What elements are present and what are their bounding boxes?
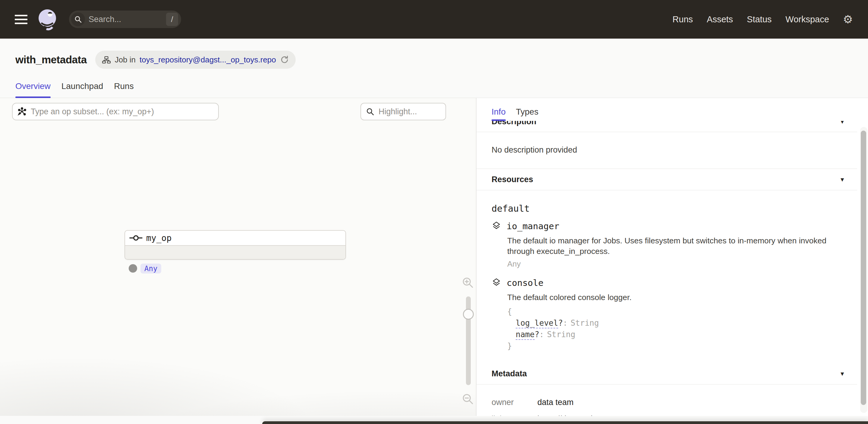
resource-group-name: default <box>492 203 842 214</box>
resource-item-console: console The default colored console logg… <box>492 278 842 352</box>
config-open-brace: { <box>507 306 842 317</box>
zoom-in-icon[interactable] <box>462 276 474 289</box>
layers-icon <box>492 221 501 231</box>
zoom-out-icon[interactable] <box>462 393 474 405</box>
sidebar-tab-types[interactable]: Types <box>516 107 538 121</box>
metadata-key: owner <box>492 398 537 407</box>
repository-link[interactable]: toys_repository@dagst..._op_toys.repo <box>140 55 276 64</box>
tab-launchpad[interactable]: Launchpad <box>61 82 103 98</box>
sidebar-tab-info[interactable]: Info <box>492 107 506 121</box>
job-badge-prefix: Job in <box>115 55 135 64</box>
layers-icon <box>492 278 501 288</box>
job-hierarchy-icon <box>102 56 111 64</box>
resource-type: Any <box>507 259 842 269</box>
resource-item-io-manager: io_manager The default io manager for Jo… <box>492 221 842 269</box>
op-node-title: my_op <box>125 231 345 246</box>
description-collapse-icon[interactable]: ▼ <box>839 121 845 125</box>
config-field-name[interactable]: log_level <box>516 319 558 328</box>
tab-overview[interactable]: Overview <box>16 82 51 98</box>
op-subset-field <box>12 103 219 120</box>
global-search: / <box>69 10 181 28</box>
metadata-key: link <box>492 414 537 416</box>
metadata-link[interactable]: https://dagster.io <box>537 414 597 416</box>
description-section-header[interactable]: Description ▼ <box>476 121 857 132</box>
metadata-value: data team <box>537 398 574 407</box>
highlight-field <box>361 103 446 120</box>
background-window-edge <box>262 421 868 424</box>
nav-link-workspace[interactable]: Workspace <box>785 14 829 24</box>
settings-gear-icon[interactable]: ⚙ <box>843 14 853 25</box>
resources-content: default io_manager The default io manage… <box>476 190 857 363</box>
config-field-type: String <box>547 330 575 339</box>
reload-repository-icon[interactable] <box>280 55 289 64</box>
op-output-type-badge[interactable]: Any <box>141 264 161 274</box>
resource-name: console <box>507 278 544 288</box>
config-close-brace: } <box>507 340 842 352</box>
config-field: log_level?:String <box>507 317 842 329</box>
metadata-content: owner data team link https://dagster.io <box>476 385 857 416</box>
op-graph-panel[interactable]: my_op Any <box>0 98 476 416</box>
menu-icon[interactable] <box>15 15 27 24</box>
search-shortcut-key: / <box>166 13 178 26</box>
op-output-handle[interactable] <box>129 264 137 273</box>
op-node-name: my_op <box>146 233 172 243</box>
logger-config-schema: { log_level?:String name?:String } <box>507 306 842 352</box>
op-details-sidebar: Info Types Description ▼ No description … <box>476 98 868 416</box>
link-icon[interactable] <box>601 415 610 416</box>
config-field-type: String <box>570 319 599 328</box>
op-selector-icon <box>18 107 27 116</box>
metadata-row-link: link https://dagster.io <box>492 414 842 416</box>
highlight-search-icon <box>366 108 374 116</box>
highlight-input[interactable] <box>378 107 441 116</box>
config-field-name[interactable]: name <box>516 330 535 340</box>
search-icon <box>71 12 85 26</box>
nav-link-status[interactable]: Status <box>747 14 772 24</box>
config-field: name?:String <box>507 329 842 340</box>
op-icon <box>129 234 143 242</box>
nav-link-assets[interactable]: Assets <box>707 14 733 24</box>
zoom-slider-handle[interactable] <box>463 309 474 320</box>
main-content: my_op Any Info Types <box>0 98 868 416</box>
config-separator: : <box>563 319 568 328</box>
resource-name: io_manager <box>507 221 559 231</box>
dagster-logo-icon[interactable] <box>36 8 59 30</box>
op-node-my-op[interactable]: my_op <box>124 230 346 260</box>
sidebar-scrollbar-thumb[interactable] <box>861 130 866 405</box>
config-optional-marker: ? <box>558 319 563 328</box>
config-separator: : <box>539 330 544 339</box>
top-navbar: / Runs Assets Status Workspace ⚙ <box>0 0 868 39</box>
metadata-header-label: Metadata <box>492 369 527 378</box>
navbar-links: Runs Assets Status Workspace ⚙ <box>673 14 853 25</box>
job-location-badge: Job in toys_repository@dagst..._op_toys.… <box>95 51 296 69</box>
metadata-section-header[interactable]: Metadata ▼ <box>476 363 857 385</box>
resources-section-header[interactable]: Resources ▼ <box>476 169 857 190</box>
job-tabs: Overview Launchpad Runs <box>0 69 868 98</box>
metadata-row-owner: owner data team <box>492 398 842 407</box>
resources-header-label: Resources <box>492 175 533 184</box>
sidebar-tabs: Info Types <box>476 98 868 121</box>
tab-runs[interactable]: Runs <box>114 82 133 98</box>
op-subset-input[interactable] <box>31 107 213 116</box>
sidebar-scroll-area[interactable]: Description ▼ No description provided Re… <box>476 121 857 416</box>
description-body: No description provided <box>476 132 857 169</box>
config-optional-marker: ? <box>535 330 539 339</box>
metadata-collapse-icon[interactable]: ▼ <box>839 371 845 377</box>
page-header: with_metadata Job in toys_repository@dag… <box>0 39 868 69</box>
resources-collapse-icon[interactable]: ▼ <box>839 177 845 182</box>
nav-link-runs[interactable]: Runs <box>673 14 693 24</box>
search-input[interactable] <box>89 15 162 24</box>
resource-description: The default colored console logger. <box>507 292 830 303</box>
op-node-body <box>125 246 345 259</box>
description-header-label: Description <box>492 121 536 126</box>
page-title: with_metadata <box>16 54 87 66</box>
resource-description: The default io manager for Jobs. Uses fi… <box>507 236 830 256</box>
